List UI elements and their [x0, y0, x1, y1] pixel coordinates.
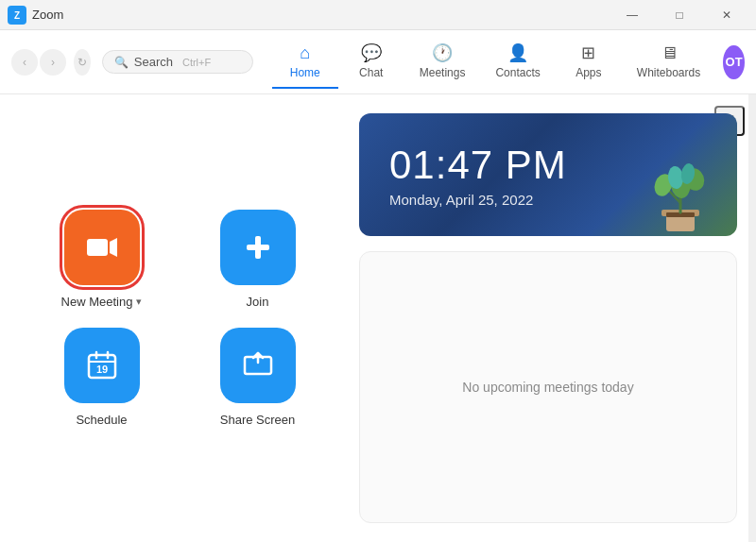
window-controls: — □ ✕ — [610, 0, 748, 30]
tab-contacts-label: Contacts — [495, 66, 540, 79]
join-label: Join — [247, 295, 269, 309]
meetings-icon: 🕐 — [432, 42, 453, 63]
share-screen-icon — [241, 348, 275, 382]
new-meeting-button[interactable] — [64, 210, 140, 285]
app-title: Zoom — [32, 8, 63, 22]
svg-marker-3 — [110, 238, 117, 257]
titlebar: Z Zoom — □ ✕ — [0, 0, 756, 30]
new-meeting-label: New Meeting ▾ — [61, 295, 143, 309]
schedule-label: Schedule — [76, 413, 127, 427]
svg-text:19: 19 — [95, 364, 107, 375]
tab-chat-label: Chat — [359, 66, 383, 79]
chat-icon: 💬 — [361, 42, 382, 63]
zoom-logo-icon: Z — [8, 6, 26, 25]
history-button[interactable]: ↻ — [74, 49, 91, 76]
home-icon: ⌂ — [300, 43, 310, 63]
profile-avatar[interactable]: OT — [723, 45, 745, 79]
scrollbar[interactable] — [748, 94, 756, 542]
svg-text:Z: Z — [14, 10, 20, 21]
share-screen-item[interactable]: Share Screen — [194, 328, 321, 427]
close-button[interactable]: ✕ — [705, 0, 748, 30]
schedule-item[interactable]: 19 Schedule — [38, 328, 165, 427]
tab-chat[interactable]: 💬 Chat — [338, 35, 404, 89]
tab-contacts[interactable]: 👤 Contacts — [480, 35, 555, 89]
share-screen-button[interactable] — [220, 328, 296, 403]
minimize-button[interactable]: — — [610, 0, 654, 30]
tab-home[interactable]: ⌂ Home — [272, 36, 338, 89]
tab-apps-label: Apps — [576, 66, 601, 79]
tab-whiteboards[interactable]: 🖥 Whiteboards — [622, 36, 715, 89]
video-camera-icon — [85, 230, 119, 264]
nav-tabs: ⌂ Home 💬 Chat 🕐 Meetings 👤 Contacts ⊞ Ap… — [272, 35, 715, 89]
left-panel: New Meeting ▾ Join — [0, 94, 359, 542]
plant-decoration-icon — [643, 151, 718, 236]
search-label: Search — [134, 55, 173, 69]
tab-apps[interactable]: ⊞ Apps — [556, 35, 622, 89]
tab-whiteboards-label: Whiteboards — [637, 66, 700, 79]
navbar: ‹ › ↻ 🔍 Search Ctrl+F ⌂ Home 💬 Chat 🕐 Me… — [0, 30, 756, 94]
svg-rect-5 — [247, 245, 269, 250]
right-panel: 01:47 PM Monday, April 25, 2022 — [359, 94, 756, 542]
schedule-button[interactable]: 19 — [64, 328, 140, 403]
search-bar[interactable]: 🔍 Search Ctrl+F — [102, 50, 253, 74]
forward-button[interactable]: › — [40, 49, 66, 76]
whiteboards-icon: 🖥 — [661, 43, 678, 63]
contacts-icon: 👤 — [507, 42, 528, 63]
no-meetings-text: No upcoming meetings today — [462, 380, 633, 395]
titlebar-left: Z Zoom — [8, 6, 63, 25]
search-icon: 🔍 — [114, 56, 129, 69]
tab-meetings[interactable]: 🕐 Meetings — [404, 35, 481, 89]
dropdown-arrow-icon: ▾ — [136, 296, 142, 308]
join-button[interactable] — [220, 210, 296, 285]
search-shortcut: Ctrl+F — [182, 57, 211, 68]
meetings-panel: No upcoming meetings today — [359, 251, 737, 523]
tab-meetings-label: Meetings — [420, 66, 466, 79]
svg-rect-2 — [87, 239, 108, 256]
tab-home-label: Home — [290, 66, 320, 79]
calendar-icon: 19 — [85, 348, 119, 382]
action-grid: New Meeting ▾ Join — [38, 210, 321, 427]
back-button[interactable]: ‹ — [11, 49, 38, 76]
clock-widget: 01:47 PM Monday, April 25, 2022 — [359, 113, 737, 236]
new-meeting-item[interactable]: New Meeting ▾ — [38, 210, 165, 309]
plus-icon — [241, 230, 275, 264]
maximize-button[interactable]: □ — [658, 0, 701, 30]
main-content: ⚙ New Meeting ▾ — [0, 94, 756, 542]
apps-icon: ⊞ — [581, 42, 595, 63]
join-item[interactable]: Join — [194, 210, 321, 309]
share-screen-label: Share Screen — [220, 413, 296, 427]
nav-arrows: ‹ › — [11, 49, 66, 76]
